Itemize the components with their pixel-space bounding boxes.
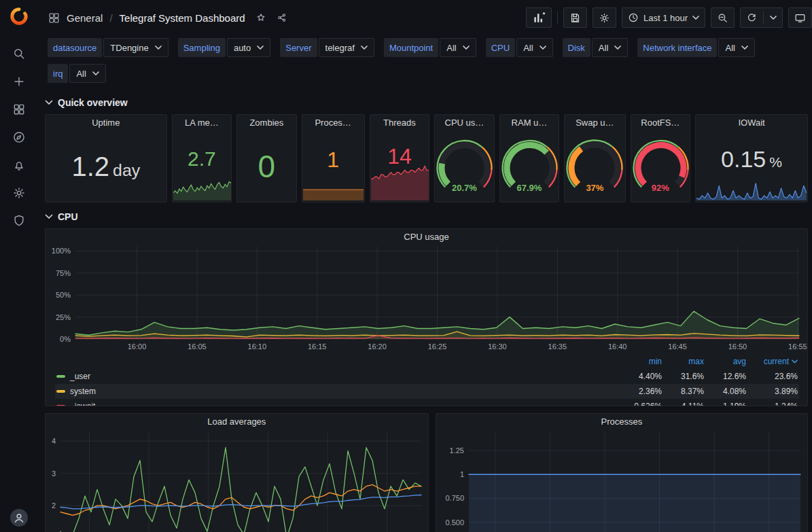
panel-title[interactable]: Uptime	[46, 115, 166, 131]
panel-title[interactable]: Zombies	[237, 115, 296, 131]
stat-body: 20.7%	[435, 131, 494, 202]
cpu-usage-chart[interactable]: 0%25%50%75%100%16:0016:0516:1016:1516:20…	[46, 245, 807, 353]
dashboards-icon[interactable]	[7, 101, 31, 118]
variable-select[interactable]: All	[69, 64, 105, 83]
variable-network-interface: Network interface All	[637, 38, 755, 57]
configuration-gear-icon[interactable]	[7, 185, 31, 201]
add-panel-button[interactable]	[526, 7, 552, 28]
explore-compass-icon[interactable]	[7, 129, 31, 145]
legend-row: _user 4.40% 31.6% 12.6% 23.6%	[55, 369, 799, 384]
variable-irq: irq All	[48, 64, 106, 83]
variable-select[interactable]: All	[516, 38, 552, 57]
panel-title[interactable]: CPU usage	[46, 229, 807, 245]
user-avatar[interactable]	[10, 509, 28, 527]
variable-sampling: Sampling auto	[178, 38, 271, 57]
stat-value: 1.2day	[71, 153, 140, 180]
series-toggle[interactable]: system	[56, 387, 620, 396]
create-plus-icon[interactable]	[7, 73, 31, 90]
variable-select[interactable]: telegraf	[319, 38, 374, 57]
svg-text:0%: 0%	[60, 335, 71, 343]
panel-title[interactable]: Swap u…	[565, 115, 624, 131]
svg-text:75%: 75%	[56, 269, 71, 277]
panel-title[interactable]: Load averages	[46, 414, 428, 430]
processes-sparkline	[303, 179, 364, 202]
variable-label: datasource	[48, 38, 102, 57]
security-shield-icon[interactable]	[7, 213, 31, 229]
series-toggle[interactable]: _user	[56, 372, 620, 381]
toolbar-divider	[557, 11, 558, 24]
stat-body: 37%	[565, 131, 624, 202]
variable-value: auto	[234, 43, 251, 53]
svg-text:16:30: 16:30	[488, 342, 507, 351]
stat-value: 1	[327, 149, 339, 171]
grafana-logo-icon[interactable]	[7, 8, 31, 24]
stat-panels-row: Uptime 1.2day LA me… 2.7 Zombies 0	[45, 114, 808, 202]
legend-col-min[interactable]: min	[620, 357, 662, 366]
panel-uptime: Uptime 1.2day	[45, 114, 167, 202]
zoom-out-button[interactable]	[711, 7, 735, 28]
stat-unit: %	[769, 154, 782, 170]
section-quick-overview[interactable]: Quick overview	[45, 94, 808, 111]
load-averages-chart[interactable]: 0123416:0016:1016:2016:3016:4016:50	[46, 430, 428, 532]
dashboard-title[interactable]: Telegraf System Dashboard	[120, 12, 245, 24]
stat-body: 92%	[631, 131, 690, 202]
svg-text:16:40: 16:40	[608, 342, 627, 351]
legend-row: _iowait 0.626% 4.11% 1.19% 1.24%	[55, 399, 799, 406]
sort-caret-icon	[792, 359, 798, 363]
section-cpu[interactable]: CPU	[45, 208, 808, 226]
panel-ram-gauge: RAM u… 67.9%	[499, 114, 560, 202]
time-range-picker[interactable]: Last 1 hour	[622, 7, 705, 28]
chevron-down-icon	[692, 16, 699, 20]
stat-body: 1	[302, 131, 364, 202]
alerting-bell-icon[interactable]	[7, 157, 31, 173]
search-icon[interactable]	[7, 46, 31, 62]
breadcrumb-folder[interactable]: General	[67, 12, 103, 24]
dashboard-grid-icon[interactable]	[48, 12, 60, 24]
panel-title[interactable]: CPU us…	[435, 115, 494, 131]
chevron-down-icon	[45, 100, 53, 105]
panel-title[interactable]: IOWait	[696, 115, 807, 131]
save-dashboard-button[interactable]	[563, 7, 587, 28]
variable-select[interactable]: All	[440, 38, 476, 57]
panel-title[interactable]: Threads	[370, 115, 429, 131]
dashboard-settings-button[interactable]	[593, 7, 616, 28]
iowait-sparkline	[696, 173, 807, 202]
variable-select[interactable]: All	[718, 38, 754, 57]
variable-select[interactable]: All	[592, 38, 628, 57]
svg-text:25%: 25%	[56, 313, 71, 321]
svg-text:50%: 50%	[56, 291, 71, 299]
chevron-down-icon	[741, 46, 748, 50]
stat-value: 0.15%	[721, 147, 782, 171]
chevron-down-icon	[361, 46, 368, 50]
panel-threads: Threads 14	[370, 114, 430, 202]
series-color-swatch	[56, 390, 65, 393]
kiosk-tv-button[interactable]	[788, 7, 812, 28]
panel-title[interactable]: Processes	[436, 414, 807, 430]
panel-title[interactable]: RAM u…	[500, 115, 559, 131]
template-variables-bar: datasource TDengine Sampling auto Server…	[38, 35, 812, 90]
panel-title[interactable]: RootFS…	[631, 115, 690, 131]
legend-col-avg[interactable]: avg	[704, 357, 746, 366]
processes-chart[interactable]: 0.2500.5000.75011.25	[436, 430, 807, 532]
variable-value: All	[76, 69, 86, 79]
series-toggle[interactable]: _iowait	[56, 402, 620, 406]
refresh-button[interactable]	[740, 7, 783, 28]
panel-title[interactable]: Proces…	[302, 115, 364, 131]
svg-text:16:45: 16:45	[668, 342, 687, 351]
star-icon[interactable]	[255, 12, 266, 23]
legend-col-current[interactable]: current	[746, 357, 798, 366]
variable-select[interactable]: auto	[227, 38, 270, 57]
series-color-swatch	[56, 375, 65, 378]
stat-value: 2.7	[188, 149, 216, 169]
panel-title[interactable]: LA me…	[173, 115, 232, 131]
chevron-down-icon	[614, 46, 621, 50]
series-max: 4.11%	[662, 402, 704, 406]
breadcrumb-separator: /	[109, 12, 112, 24]
variable-select[interactable]: TDengine	[103, 38, 168, 57]
share-icon[interactable]	[277, 12, 287, 23]
legend-header: min max avg current	[55, 354, 799, 369]
panel-zombies: Zombies 0	[236, 114, 297, 202]
legend-col-max[interactable]: max	[662, 357, 704, 366]
gauge-value: 92%	[631, 183, 690, 193]
series-avg: 1.19%	[704, 402, 746, 406]
